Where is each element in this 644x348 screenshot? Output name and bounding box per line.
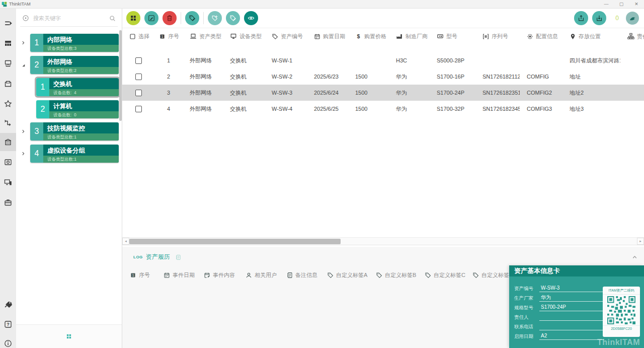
tree-child-computer[interactable]: 2 计算机 设备总数: 0 xyxy=(16,100,119,118)
briefcase-icon[interactable] xyxy=(0,193,16,212)
log-col-tag-c[interactable]: 自定义标签C xyxy=(421,267,468,283)
field-value: A2 xyxy=(539,332,604,340)
assets-building-icon[interactable] xyxy=(0,133,16,151)
dashboard-icon[interactable] xyxy=(0,34,16,52)
delete-asset-button[interactable] xyxy=(163,11,177,25)
row-checkbox[interactable] xyxy=(135,90,142,96)
asset-row[interactable]: 2 外部网络 交换机 W-SW-2 2025/6/23 1500 华为 S170… xyxy=(122,68,644,85)
view-button[interactable] xyxy=(244,11,258,25)
field-label: 责任人 xyxy=(514,314,539,321)
chevron-right-icon[interactable] xyxy=(16,40,30,45)
col-purchase-price[interactable]: 购置价格 xyxy=(348,28,389,44)
col-seq[interactable]: 序号 xyxy=(152,28,183,44)
close-icon[interactable]: ✕ xyxy=(629,2,644,7)
ethernet-port-icon[interactable] xyxy=(0,75,16,93)
tree-scrollbar[interactable] xyxy=(119,30,122,121)
group-title: 外部网络 xyxy=(43,56,119,67)
info-icon[interactable] xyxy=(0,334,16,348)
help-icon[interactable] xyxy=(0,315,16,333)
tree-child-switch[interactable]: 1 交换机 设备总数: 4 xyxy=(16,78,119,96)
log-panel-title: 资产履历 xyxy=(146,253,170,261)
field-value xyxy=(539,313,604,321)
qr-title: ITAM资产二维码 xyxy=(603,288,640,295)
log-export-icon[interactable] xyxy=(175,254,181,260)
notification-count: 0 xyxy=(615,15,619,22)
search-input[interactable] xyxy=(32,15,109,22)
asset-tree: 1 内部网络 设备类型总数:3 2 外部网络 设备类型总数:2 xyxy=(16,30,122,163)
log-col-tag-a[interactable]: 自定义标签A xyxy=(323,267,372,283)
group-subtitle: 设备类型总数:3 xyxy=(43,45,119,52)
log-col-seq[interactable]: 序号 xyxy=(126,267,159,283)
network-monitor-icon[interactable] xyxy=(0,54,16,73)
col-device-type[interactable]: 设备类型 xyxy=(223,28,265,44)
horizontal-scrollbar[interactable]: ◂ ▸ xyxy=(122,237,644,245)
col-location[interactable]: 存放位置 xyxy=(562,28,620,44)
col-config[interactable]: 配置信息 xyxy=(520,28,562,44)
tree-group-internal-network[interactable]: 1 内部网络 设备类型总数:3 xyxy=(16,34,119,52)
tree-group-virtual-devices[interactable]: 4 虚拟设备分组 设备类型总数:1 xyxy=(16,145,119,163)
minimize-icon[interactable]: — xyxy=(599,2,614,7)
add-tag-button[interactable] xyxy=(208,11,222,25)
asset-table-header: 选择 序号 资产类型 设备类型 资产编号 购置日期 购置价格 制造厂商 型号 序… xyxy=(122,28,644,44)
col-select[interactable]: 选择 xyxy=(122,28,152,44)
col-owner[interactable]: 责任人 xyxy=(620,28,644,44)
row-checkbox[interactable] xyxy=(135,74,142,80)
field-label: 启用日期 xyxy=(514,333,539,340)
add-asset-button[interactable] xyxy=(126,11,140,25)
log-col-event-date[interactable]: 事件日期 xyxy=(159,267,200,283)
field-value: S1700-24P xyxy=(539,304,604,311)
chevron-expanded-icon[interactable] xyxy=(16,62,30,68)
devices-icon[interactable] xyxy=(0,173,16,191)
tree-panel: 1 内部网络 设备类型总数:3 2 外部网络 设备类型总数:2 xyxy=(16,8,122,348)
log-col-event-content[interactable]: 事件内容 xyxy=(200,267,242,283)
tree-group-external-network[interactable]: 2 外部网络 设备类型总数:2 xyxy=(16,56,119,74)
export-button[interactable] xyxy=(574,11,588,25)
log-col-tag-b[interactable]: 自定义标签B xyxy=(372,267,421,283)
tag-button[interactable] xyxy=(226,11,240,25)
row-checkbox[interactable] xyxy=(135,57,142,64)
col-asset-no[interactable]: 资产编号 xyxy=(265,28,307,44)
col-purchase-date[interactable]: 购置日期 xyxy=(307,28,348,44)
collapse-panel-icon[interactable] xyxy=(631,254,638,260)
group-subtitle: 设备类型总数:2 xyxy=(43,67,119,74)
chevron-right-icon[interactable] xyxy=(16,151,30,156)
import-button[interactable] xyxy=(592,11,606,25)
child-title: 计算机 xyxy=(49,100,119,111)
col-asset-type[interactable]: 资产类型 xyxy=(183,28,223,44)
apps-grid-button[interactable] xyxy=(66,333,72,339)
favorites-star-icon[interactable] xyxy=(0,95,16,113)
log-col-remark[interactable]: 备注信息 xyxy=(282,267,323,283)
col-model[interactable]: 型号 xyxy=(430,28,475,44)
group-index-badge: 1 xyxy=(30,34,43,52)
asset-row[interactable]: 4 外部网络 交换机 W-SW-4 2025/6/25 1500 华为 S170… xyxy=(122,101,644,117)
asset-info-card: 资产基本信息卡 资产编号W-SW-3 生产厂家华为 规格型号S1700-24P … xyxy=(509,265,644,348)
group-subtitle: 设备类型总数:1 xyxy=(43,133,119,141)
qr-code-box: ITAM资产二维码 2D0588FC20 xyxy=(603,287,640,337)
locate-target-icon[interactable] xyxy=(22,15,29,22)
col-serial-no[interactable]: 序列号 xyxy=(475,28,520,44)
log-col-related-user[interactable]: 相关用户 xyxy=(242,267,282,283)
col-manufacturer[interactable]: 制造厂商 xyxy=(389,28,430,44)
chevron-right-icon[interactable] xyxy=(16,129,30,134)
asset-row-selected[interactable]: 3 外部网络 交换机 W-SW-3 2025/6/24 1500 华为 S170… xyxy=(122,85,644,101)
search-icon[interactable] xyxy=(109,15,116,22)
toolbar-divider xyxy=(203,12,204,24)
info-card-title: 资产基本信息卡 xyxy=(509,265,644,276)
main-content: 0 选择 序号 资产类型 设备类型 资产编号 购置日期 购置价格 制造厂商 型号… xyxy=(122,8,644,348)
icon-rail xyxy=(0,8,16,348)
maximize-icon[interactable]: ▢ xyxy=(614,2,629,7)
scroll-left-icon[interactable]: ◂ xyxy=(122,238,129,245)
label-tag-icon[interactable] xyxy=(0,295,16,313)
workflow-icon[interactable] xyxy=(0,114,16,132)
asset-row[interactable]: 1 外部网络 交换机 W-SW-1 H3C S5000-28P 四川省成都市滨河… xyxy=(122,52,644,68)
avatar[interactable] xyxy=(626,12,639,25)
collapse-menu-icon[interactable] xyxy=(0,14,16,32)
tree-group-video-surveillance[interactable]: 3 技防视频监控 设备类型总数:1 xyxy=(16,122,119,141)
field-label: 资产编号 xyxy=(514,285,539,292)
scroll-right-icon[interactable]: ▸ xyxy=(637,238,644,245)
edit-tag-button[interactable] xyxy=(185,11,199,25)
row-checkbox[interactable] xyxy=(135,106,142,112)
media-image-icon[interactable] xyxy=(0,153,16,171)
scrollbar-thumb[interactable] xyxy=(129,239,341,244)
edit-asset-button[interactable] xyxy=(144,11,158,25)
